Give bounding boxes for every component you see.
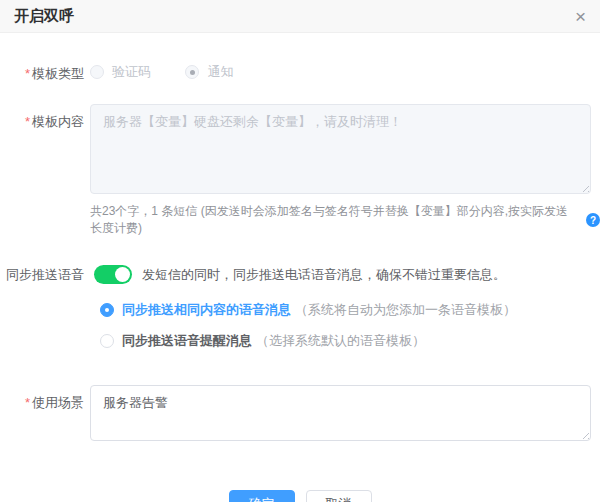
required-asterisk: *: [25, 395, 30, 410]
dialog-footer: 确定 取消: [0, 490, 600, 502]
toggle-knob: [115, 267, 130, 282]
template-type-label: *模板类型: [0, 64, 84, 83]
cancel-button[interactable]: 取消: [306, 490, 372, 502]
radio-label: 验证码: [112, 63, 151, 81]
usage-scene-field: 服务器告警: [90, 385, 591, 441]
required-asterisk: *: [25, 66, 30, 81]
enable-dual-call-dialog: 开启双呼 × *模板类型 验证码 通知 *模板内容 服务器【变量】硬盘还剩余【变…: [0, 0, 600, 502]
sync-voice-toggle[interactable]: [94, 265, 132, 284]
radio-label: 通知: [207, 63, 233, 81]
confirm-button[interactable]: 确定: [229, 490, 295, 502]
voice-option-note: （选择系统默认的语音模板）: [256, 332, 425, 350]
radio-notification[interactable]: 通知: [185, 63, 233, 81]
usage-scene-label: *使用场景: [0, 385, 84, 412]
template-content-field: 服务器【变量】硬盘还剩余【变量】，请及时清理！: [90, 104, 591, 194]
usage-scene-textarea[interactable]: 服务器告警: [90, 385, 591, 441]
voice-option-label: 同步推送语音提醒消息: [122, 332, 252, 350]
radio-voice-reminder[interactable]: 同步推送语音提醒消息 （选择系统默认的语音模板）: [100, 332, 600, 350]
template-content-label: *模板内容: [0, 104, 84, 131]
usage-scene-row: *使用场景 服务器告警: [0, 385, 600, 441]
dialog-title: 开启双呼: [14, 7, 74, 26]
counter-hint-row: 共23个字，1 条短信 (因发送时会添加签名与签名符号并替换【变量】部分内容,按…: [90, 203, 600, 237]
radio-same-content-voice[interactable]: 同步推送相同内容的语音消息 （系统将自动为您添加一条语音模板）: [100, 301, 600, 319]
template-type-radio-group: 验证码 通知: [90, 63, 233, 83]
counter-hint-text: 共23个字，1 条短信 (因发送时会添加签名与签名符号并替换【变量】部分内容,按…: [90, 203, 580, 237]
dialog-header: 开启双呼 ×: [0, 0, 600, 33]
radio-verification-code[interactable]: 验证码: [90, 63, 151, 81]
radio-unchecked-icon: [100, 334, 114, 348]
voice-option-label: 同步推送相同内容的语音消息: [122, 301, 291, 319]
template-content-row: *模板内容 服务器【变量】硬盘还剩余【变量】，请及时清理！: [0, 104, 600, 194]
close-icon[interactable]: ×: [575, 7, 586, 26]
radio-circle-icon: [90, 65, 104, 79]
help-icon[interactable]: ?: [586, 213, 600, 227]
sync-voice-row: 同步推送语音 发短信的同时，同步推送电话语音消息，确保不错过重要信息。: [0, 265, 600, 284]
radio-circle-checked-icon: [185, 65, 199, 79]
radio-checked-icon: [100, 303, 114, 317]
template-type-row: *模板类型 验证码 通知: [0, 63, 600, 83]
voice-option-note: （系统将自动为您添加一条语音模板）: [295, 301, 516, 319]
sync-voice-description: 发短信的同时，同步推送电话语音消息，确保不错过重要信息。: [142, 266, 506, 284]
sync-voice-label: 同步推送语音: [0, 265, 84, 284]
template-content-textarea: 服务器【变量】硬盘还剩余【变量】，请及时清理！: [90, 104, 591, 194]
required-asterisk: *: [25, 114, 30, 129]
